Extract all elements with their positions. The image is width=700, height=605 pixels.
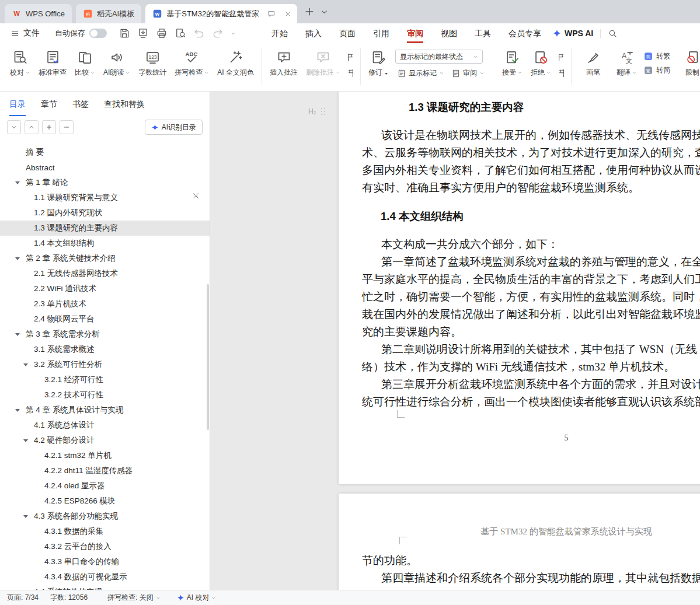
menu-tab-view[interactable]: 视图 (432, 23, 466, 43)
toc-item[interactable]: 4.4 系统软件的实现 (0, 585, 210, 590)
doc-text-line[interactable]: 本文构成一共分成六个部分，如下： (362, 236, 700, 253)
menu-tab-reference[interactable]: 引用 (364, 23, 398, 43)
menu-tab-review[interactable]: 审阅 (398, 23, 432, 43)
save-button[interactable] (119, 27, 130, 39)
menu-tab-member[interactable]: 会员专享 (500, 23, 550, 43)
doc-text-line[interactable]: 第一章简述了盆栽环境监测系统对盆栽的养殖与管理的意义，在全民 (362, 253, 700, 271)
show-markup-button[interactable]: 显示标记 (395, 67, 446, 79)
toc-item[interactable]: 3.2.2 技术可行性 (0, 387, 210, 403)
toc-item[interactable]: 1.4 本文组织结构 (0, 236, 210, 251)
toc-item[interactable]: 第 2 章 系统关键技术介绍 (0, 251, 210, 266)
menu-tab-home[interactable]: 开始 (263, 23, 297, 43)
menu-tab-insert[interactable]: 插入 (297, 23, 330, 43)
heading-level-badge[interactable]: H₂ (308, 103, 322, 120)
insert-comment-button[interactable]: 插入批注 (266, 47, 302, 81)
export-button[interactable] (137, 27, 149, 39)
sidebar-tab-contents[interactable]: 目录 (9, 92, 26, 116)
doc-text-line[interactable]: 第四章描述和介绍系统各个部分实现功能的原理，其中就包括数据采 (362, 569, 700, 587)
toc-item[interactable]: Abstract (0, 160, 210, 175)
document-page-1[interactable]: H₂ 1.3 课题研究的主要内容 该设计是在物联网技术上展开的，例如传感器技术、… (339, 92, 700, 484)
zoom-out-button[interactable] (60, 120, 74, 134)
traditional-to-simplified-button[interactable]: 繁 转简 (643, 65, 670, 75)
restrict-edit-button[interactable]: 限制 (679, 47, 700, 81)
toc-item[interactable]: 摘 要 (0, 145, 210, 160)
doc-text-line[interactable]: 节的功能。 (362, 552, 700, 569)
toc-item[interactable]: 4.2 硬件部分设计 (0, 433, 210, 448)
print-button[interactable] (156, 27, 168, 39)
document-page-2[interactable]: 基于 STM32 的智能盆栽管家系统设计与实现 节的功能。第四章描述和介绍系统各… (339, 494, 700, 590)
expand-toggle[interactable] (23, 363, 34, 366)
comment-bubble-icon[interactable] (267, 10, 276, 18)
doc-text-line[interactable]: 络）技术，作为支撑的 WiFi 无线通信技术，stm32 单片机技术。 (362, 358, 700, 376)
chevron-down-icon[interactable] (231, 31, 236, 36)
translate-button[interactable]: A文 翻译 (612, 47, 641, 81)
toc-item[interactable]: 第 3 章 系统需求分析 (0, 327, 210, 342)
doc-text-line[interactable]: 统可行性进行综合分析，画出一个模块图使读者能够直观认识该系统部分 (362, 393, 700, 411)
autosave-toggle[interactable] (89, 29, 107, 38)
compare-button[interactable]: 比较 (71, 47, 99, 81)
sidebar-scrollbar[interactable] (207, 284, 209, 430)
pen-button[interactable]: 画笔 (580, 47, 607, 81)
ai-read-button[interactable]: AI朗读 (99, 47, 134, 81)
toc-item[interactable]: 3.1 系统需求概述 (0, 342, 210, 357)
undo-button[interactable] (193, 27, 205, 39)
expand-toggle[interactable] (15, 257, 26, 260)
accept-button[interactable]: 接受 (498, 47, 527, 81)
sidebar-tab-find-replace[interactable]: 查找和替换 (104, 92, 145, 116)
doc-text-line[interactable]: 第二章则说明设计所将用到的关键技术，其中包括了 WSN（无线 (362, 341, 700, 358)
zoom-in-button[interactable] (42, 120, 56, 134)
doc-text-line[interactable]: 有实时、准确且事实方便用户的智能盆栽环境监测系统。 (362, 179, 700, 197)
expand-toggle[interactable] (15, 333, 26, 336)
reject-button[interactable]: 拒绝 (527, 47, 555, 81)
standard-review-button[interactable]: 标准审查 (34, 47, 71, 81)
markup-state-dropdown[interactable]: 显示标记的最终状态 (395, 50, 483, 64)
close-tab-icon[interactable] (284, 10, 292, 18)
doc-text-line[interactable]: 栽在国内外的发展情况做出了阐述和分析，以此引出对智能盆栽环境监测 (362, 306, 700, 323)
word-count-indicator[interactable]: 字数: 12056 (50, 593, 88, 603)
toc-item[interactable]: 4.3 系统各部分功能实现 (0, 509, 210, 524)
doc-text-line[interactable]: 平与家庭水平的提高，全民物质生活的丰富的背景之下，考虑到人们工作 (362, 271, 700, 288)
doc-text-line[interactable]: 多国内外相关专业资料，了解它们如何相互搭配，使用何种协议从而设 (362, 162, 700, 179)
toc-item[interactable]: 4.3.2 云平台的接入 (0, 539, 210, 554)
doc-text-line[interactable]: 第三章展开分析盆栽环境监测系统中各个方面的需求，并且对设计出 (362, 376, 700, 393)
toc-item[interactable]: 4.2.1 stm32 单片机 (0, 448, 210, 463)
new-tab-button[interactable] (304, 6, 315, 18)
search-icon[interactable] (608, 29, 618, 39)
sidebar-tab-bookmarks[interactable]: 书签 (72, 92, 89, 116)
previous-change-button[interactable] (556, 53, 566, 62)
redo-button[interactable] (212, 27, 224, 39)
doc-text-line[interactable]: 究的主要课题内容。 (362, 323, 700, 341)
toc-item[interactable]: 4.2.5 ESP8266 模块 (0, 494, 210, 509)
toc-item[interactable]: 4.2.2 dht11 温湿度传感器 (0, 463, 210, 478)
expand-toggle[interactable] (15, 409, 26, 412)
toc-item[interactable]: 4.1 系统总体设计 (0, 418, 210, 433)
sidebar-tab-chapters[interactable]: 章节 (41, 92, 57, 116)
track-changes-button[interactable]: 修订 (364, 47, 393, 81)
page-indicator[interactable]: 页面: 7/34 (7, 593, 39, 603)
expand-toggle[interactable] (23, 515, 34, 518)
toc-item[interactable]: 4.3.3 串口命令的传输 (0, 554, 210, 569)
toc-item[interactable]: 4.3.1 数据的采集 (0, 524, 210, 539)
drag-handle-icon[interactable] (321, 108, 322, 109)
collapse-all-button[interactable] (7, 120, 21, 134)
spell-check-status[interactable]: 拼写检查: 关闭 (107, 593, 161, 603)
tab-wps-office[interactable]: W WPS Office (5, 4, 72, 23)
ai-recognize-toc-button[interactable]: AI识别目录 (145, 120, 203, 135)
toc-item[interactable]: 1.2 国内外研究现状 (0, 205, 210, 221)
toc-item[interactable]: 2.3 单片机技术 (0, 296, 210, 312)
toc-item[interactable]: 4.2.4 oled 显示器 (0, 478, 210, 494)
next-comment-button[interactable] (346, 68, 356, 78)
menu-tab-page[interactable]: 页面 (330, 23, 364, 43)
expand-all-button[interactable] (25, 120, 39, 134)
toc-item[interactable]: 3.2.1 经济可行性 (0, 372, 210, 387)
menu-tab-tools[interactable]: 工具 (466, 23, 500, 43)
doc-text-line[interactable]: 术、云服务等物联网的相关技术，为了对技术进行更加深入的研究，查 (362, 144, 700, 162)
toc-item[interactable]: 2.1 无线传感器网络技术 (0, 266, 210, 281)
toc-item[interactable]: 2.4 物联网云平台 (0, 312, 210, 327)
word-count-button[interactable]: 123 字数统计 (134, 47, 170, 81)
tab-document[interactable]: W 基于STM32的智能盆栽管家 (145, 4, 297, 23)
tab-list-button[interactable] (320, 8, 329, 16)
document-area[interactable]: H₂ 1.3 课题研究的主要内容 该设计是在物联网技术上展开的，例如传感器技术、… (211, 92, 700, 590)
wps-ai-button[interactable]: WPS AI (552, 29, 593, 38)
tab-docer-templates[interactable]: 稻 稻壳AI模板 (76, 4, 141, 23)
